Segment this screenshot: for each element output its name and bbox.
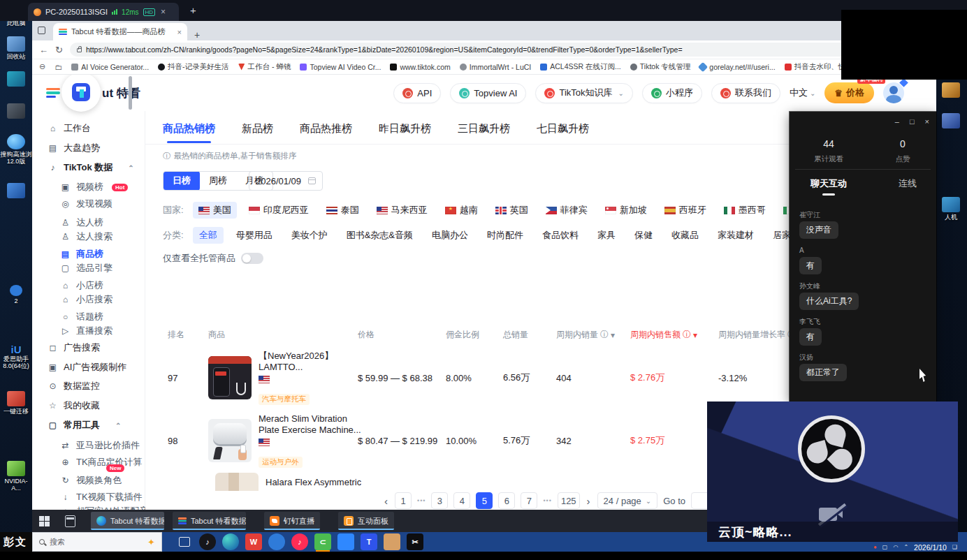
browser-tab[interactable]: Tabcut 特看数据——商品榜 ×	[53, 23, 187, 40]
country-philippines[interactable]: 菲律宾	[540, 202, 593, 219]
reading-list-icon[interactable]: ⊖	[39, 62, 45, 71]
country-malaysia[interactable]: 马来西亚	[371, 202, 433, 219]
new-tab-icon[interactable]: +	[194, 29, 200, 40]
category-item[interactable]: 家装建材	[711, 227, 760, 244]
desktop-icon-app[interactable]	[0, 71, 32, 88]
sidebar-group-tiktok-data[interactable]: ♪TikTok 数据⌃	[48, 161, 134, 174]
col-period-sales[interactable]: 周期内销量ⓘ▾	[556, 329, 630, 341]
date-picker[interactable]: 2026/01/09	[249, 171, 323, 191]
sidebar-item-topic-rank[interactable]: ○话题榜	[60, 311, 103, 323]
next-page-icon[interactable]: ›	[586, 495, 592, 507]
tab-hot-sales[interactable]: 商品热销榜	[163, 122, 215, 135]
edge-icon[interactable]	[222, 533, 239, 550]
category-item[interactable]: 电脑办公	[426, 227, 474, 244]
sidebar-item-creator-search[interactable]: ♙达人搜索	[60, 230, 112, 243]
back-icon[interactable]: ←	[39, 45, 48, 55]
sidebar-item-video-role-swap[interactable]: ↻视频换角色	[60, 474, 122, 487]
sidebar-item-market-trend[interactable]: ▤大盘趋势	[48, 142, 100, 154]
wps-icon[interactable]: W	[245, 533, 262, 550]
sidebar-scrollbar[interactable]	[129, 76, 132, 110]
tray-wifi-icon[interactable]: ◠	[893, 544, 898, 550]
desktop-icon-renji[interactable]: 人机	[935, 197, 967, 221]
country-uk[interactable]: 英国	[490, 202, 534, 219]
category-item[interactable]: 家具	[591, 227, 622, 244]
remote-session-tab[interactable]: PC-20250113ISGI 12ms HD ×	[28, 3, 179, 21]
sidebar-item-creator-rank[interactable]: ♙达人榜	[60, 216, 103, 229]
sidebar-item-shop-r ank[interactable]: ⌂小店榜	[60, 279, 103, 292]
douyin-icon[interactable]: ♪	[199, 533, 216, 550]
page-number[interactable]: 3	[431, 492, 448, 509]
wechat-icon[interactable]: ⊂	[314, 533, 331, 550]
tray-window-icon[interactable]: ▢	[882, 544, 888, 550]
desktop-icon-right-app[interactable]	[935, 82, 967, 99]
table-row-partial[interactable]: Halara Flex Asymmetric	[168, 473, 361, 491]
tab-chat-interaction[interactable]: 聊天互动	[810, 177, 847, 190]
sidebar-item-product-engine[interactable]: ▢选品引擎	[60, 262, 112, 274]
calculator-taskbar-icon[interactable]	[65, 515, 75, 527]
sidebar-item-ai-dubbing[interactable]: ♪超写实AI外语配音	[60, 505, 148, 510]
desktop-icon-app[interactable]	[0, 183, 32, 200]
category-all[interactable]: 全部	[193, 227, 224, 244]
task-view-icon[interactable]	[176, 533, 193, 550]
country-us[interactable]: 美国	[193, 202, 237, 219]
bookmark-item[interactable]: ImmortalWrt - LuCI	[460, 63, 531, 71]
desktop-icon-nvidia[interactable]: NVIDIA-A...	[0, 461, 32, 492]
minimize-icon[interactable]: –	[895, 117, 899, 126]
table-row[interactable]: 97 【NewYear2026】 LAMTTO... 汽车与摩托车 $ 59.9…	[168, 347, 809, 408]
close-icon[interactable]: ×	[925, 117, 929, 126]
tab-new-products[interactable]: 新品榜	[242, 122, 273, 135]
page-number[interactable]: 6	[498, 492, 515, 509]
sidebar-item-ai-ad-video[interactable]: ▣AI广告视频制作	[48, 361, 126, 374]
tray-notification-icon[interactable]: ❏	[952, 544, 957, 550]
col-period-gmv[interactable]: 周期内销售额ⓘ▾	[630, 329, 718, 341]
sidebar-item-ad-search[interactable]: ◻广告搜索	[48, 341, 100, 354]
category-item[interactable]: 美妆个护	[285, 227, 334, 244]
taskbar-app-dingtalk-live[interactable]: 钉钉直播	[264, 512, 320, 530]
sidebar-item-goods-rank[interactable]: ▤商品榜	[60, 248, 103, 260]
page-number[interactable]: 4	[453, 492, 470, 509]
pink-app-icon[interactable]: ♪	[291, 533, 308, 550]
sidebar-item-live-search[interactable]: ▷直播搜索	[60, 325, 112, 337]
taskbar-app-tabcut[interactable]: Tabcut 特看数据...	[173, 512, 246, 530]
window-restore-icon[interactable]	[38, 27, 45, 34]
site-logo[interactable]: ut 特看	[46, 85, 140, 101]
maximize-icon[interactable]: □	[910, 117, 915, 126]
category-item[interactable]: 食品饮料	[536, 227, 585, 244]
desktop-icon-app[interactable]	[0, 103, 32, 120]
country-mexico[interactable]: 墨西哥	[718, 202, 771, 219]
capcut-icon[interactable]: ✂	[407, 533, 423, 550]
tab-close-icon[interactable]: ×	[177, 28, 182, 36]
sidebar-item-favorites[interactable]: ☆我的收藏	[48, 399, 100, 412]
country-singapore[interactable]: 新加坡	[599, 202, 653, 219]
blue-kite-icon[interactable]	[337, 533, 354, 550]
tray-chevron-up-icon[interactable]: ⌃	[903, 544, 908, 550]
sidebar-item-discover-video[interactable]: ◎发现视频	[60, 198, 112, 210]
host-search-box[interactable]: 搜索 ✦	[32, 532, 162, 552]
tab-connect[interactable]: 连线	[899, 177, 917, 190]
bookmark-item[interactable]: ACL4SSR 在线订阅...	[540, 62, 621, 72]
address-bar[interactable]: https://www.tabcut.com/zh-CN/ranking/goo…	[70, 43, 856, 57]
nav-knowledge-button[interactable]: TikTok知识库⌄	[535, 83, 632, 103]
price-button[interactable]: ♛ 价格 新年福利	[824, 82, 874, 103]
sidebar-group-tools[interactable]: ▢常用工具⌃	[48, 419, 121, 432]
nav-api-button[interactable]: API	[393, 83, 441, 103]
category-item[interactable]: 保健	[628, 227, 659, 244]
country-indonesia[interactable]: 印度尼西亚	[243, 202, 314, 219]
prev-page-icon[interactable]: ‹	[383, 495, 389, 507]
desktop-icon-recycle-bin[interactable]: 回收站	[0, 36, 32, 60]
sidebar-item-pricing-calc[interactable]: ⊕TK商品定价计算	[60, 456, 143, 469]
close-session-icon[interactable]: ×	[161, 7, 166, 17]
nav-miniprogram-button[interactable]: 小程序	[642, 83, 702, 103]
taskbar-app-edge-tabcut[interactable]: Tabcut 特看数据...	[91, 512, 164, 530]
desktop-icon-migrate[interactable]: 一键迁移	[0, 391, 32, 415]
bookmark-item[interactable]: Tiktok 专线管理	[630, 62, 691, 72]
country-spain[interactable]: 西班牙	[659, 202, 712, 219]
tab-3day-rising[interactable]: 三日飙升榜	[458, 122, 510, 135]
tray-color-dot-icon[interactable]: ●	[873, 544, 877, 550]
desktop-icon-app[interactable]: 2	[0, 285, 32, 304]
refresh-icon[interactable]: ↻	[55, 45, 63, 55]
bookmark-item[interactable]: 工作台 - 蝉镜	[238, 62, 291, 72]
new-session-icon[interactable]: +	[190, 4, 196, 16]
bookmark-item[interactable]: www.tiktok.com	[390, 63, 450, 71]
orange-app-icon[interactable]	[384, 533, 400, 550]
